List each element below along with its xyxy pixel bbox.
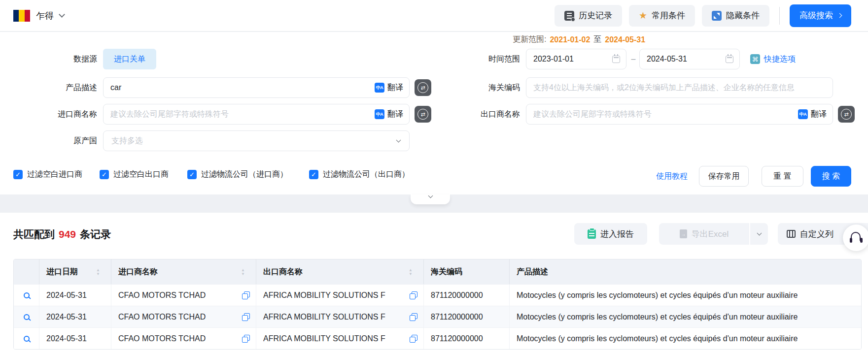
checkbox-checked-icon: ✓ <box>100 170 109 179</box>
customer-service-button[interactable] <box>843 225 868 251</box>
header-product-desc[interactable]: 产品描述 <box>510 259 861 284</box>
hs-code-input[interactable] <box>526 78 827 97</box>
table-header: 进口日期 ▲▼ 进口商名称 ▲▼ 出口商名称 ▲▼ 海关编码 <box>14 259 861 284</box>
exporter-input[interactable] <box>526 104 798 124</box>
header-importer-name[interactable]: 进口商名称 ▲▼ <box>111 259 256 284</box>
match-count: 949 <box>59 228 76 240</box>
update-range-start: 2021-01-02 <box>550 35 590 44</box>
translate-icon: 中A <box>375 83 384 93</box>
cell-exporter: AFRICA MOBILITY SOLUTIONS F <box>256 285 424 306</box>
cell-product: Motocycles (y compris les cyclomoteurs) … <box>510 306 861 327</box>
product-desc-label: 产品描述 <box>8 77 97 98</box>
results-section: 共匹配到 949 条记录 进入报告 → 导出Excel 自定义列 进口日期 ▲▼ <box>0 213 868 353</box>
quick-options-button[interactable]: ⌘ 快捷选项 <box>750 49 796 69</box>
favorites-button[interactable]: ★ 常用条件 <box>629 5 695 27</box>
header-import-date[interactable]: 进口日期 ▲▼ <box>39 259 111 284</box>
top-bar: 乍得 历史记录 ★ 常用条件 隐藏条件 高级搜索 <box>0 0 868 32</box>
tutorial-link[interactable]: 使用教程 <box>656 166 688 187</box>
chevron-down-icon <box>757 230 762 235</box>
sort-icons[interactable]: ▲▼ <box>241 268 245 276</box>
country-name: 乍得 <box>36 10 54 22</box>
exporter-label: 出口商名称 <box>431 104 520 125</box>
hs-code-field <box>526 77 833 98</box>
reset-button[interactable]: 重 置 <box>762 166 803 187</box>
sort-icons[interactable]: ▲▼ <box>409 268 413 276</box>
chad-flag-icon <box>13 10 30 22</box>
history-button[interactable]: 历史记录 <box>555 5 622 27</box>
product-desc-field: 中A 翻译 <box>103 77 410 98</box>
header-exporter-name[interactable]: 出口商名称 ▲▼ <box>256 259 424 284</box>
origin-country-select[interactable]: 支持多选 <box>103 130 410 151</box>
importer-input[interactable] <box>104 104 375 124</box>
date-separator: – <box>628 49 639 69</box>
command-icon: ⌘ <box>750 54 760 64</box>
match-mode-toggle[interactable]: ⇄ <box>415 79 431 96</box>
translate-icon: 中A <box>798 109 808 119</box>
copy-icon[interactable] <box>242 291 250 299</box>
filter-form: 更新范围: 2021-01-02 至 2024-05-31 数据源 进口关单 时… <box>0 32 868 194</box>
data-source-label: 数据源 <box>8 49 97 69</box>
checkbox-filter-logistics-importer[interactable]: ✓ 过滤物流公司（进口商） <box>187 169 288 180</box>
search-button[interactable]: 搜 索 <box>811 166 851 187</box>
copy-icon[interactable] <box>242 335 250 343</box>
match-mode-toggle[interactable]: ⇄ <box>838 106 855 123</box>
importer-label: 进口商名称 <box>8 104 97 125</box>
cell-importer: CFAO MOTORS TCHAD <box>111 328 256 349</box>
star-icon: ★ <box>639 11 647 20</box>
export-excel-button[interactable]: → 导出Excel <box>659 223 749 245</box>
table-row: 2024-05-31 CFAO MOTORS TCHAD AFRICA MOBI… <box>14 327 861 349</box>
translate-icon: 中A <box>375 109 384 119</box>
data-source-tab-import[interactable]: 进口关单 <box>103 49 156 69</box>
topbar-actions: 历史记录 ★ 常用条件 隐藏条件 高级搜索 <box>555 4 851 27</box>
collapse-panel-handle[interactable] <box>411 194 450 204</box>
view-detail-icon[interactable] <box>24 336 30 342</box>
checkbox-filter-blank-exporter[interactable]: ✓ 过滤空白出口商 <box>100 169 169 180</box>
cell-import-date: 2024-05-31 <box>39 306 111 327</box>
cell-product: Motocycles (y compris les cyclomoteurs) … <box>510 328 861 349</box>
view-detail-icon[interactable] <box>24 314 30 320</box>
checkbox-filter-blank-importer[interactable]: ✓ 过滤空白进口商 <box>13 169 82 180</box>
checkbox-checked-icon: ✓ <box>309 170 318 179</box>
header-hs-code[interactable]: 海关编码 <box>424 259 510 284</box>
header-detail-column <box>14 259 39 284</box>
start-date-input[interactable]: 2023-01-01 <box>526 49 626 69</box>
table-row: 2024-05-31 CFAO MOTORS TCHAD AFRICA MOBI… <box>14 284 861 306</box>
divider <box>779 7 780 25</box>
importer-field: 中A 翻译 <box>103 104 410 125</box>
country-selector[interactable]: 乍得 <box>13 10 64 22</box>
calendar-icon <box>612 56 620 63</box>
sort-icons[interactable]: ▲▼ <box>96 268 100 276</box>
checkbox-checked-icon: ✓ <box>13 170 23 179</box>
origin-country-label: 原产国 <box>8 130 97 151</box>
swap-icon: ⇄ <box>841 109 852 120</box>
copy-icon[interactable] <box>410 313 417 321</box>
time-range-label: 时间范围 <box>431 49 520 69</box>
cell-hs-code: 871120000000 <box>424 285 510 306</box>
product-desc-input[interactable] <box>104 78 375 97</box>
chevron-down-icon <box>59 11 65 18</box>
translate-button[interactable]: 中A 翻译 <box>375 83 403 93</box>
cell-exporter: AFRICA MOBILITY SOLUTIONS F <box>256 306 424 327</box>
enter-report-button[interactable]: 进入报告 <box>574 223 647 245</box>
exporter-field: 中A 翻译 <box>526 104 833 125</box>
cell-hs-code: 871120000000 <box>424 328 510 349</box>
cell-import-date: 2024-05-31 <box>39 328 111 349</box>
end-date-input[interactable]: 2024-05-31 <box>639 49 740 69</box>
translate-button[interactable]: 中A 翻译 <box>798 109 827 120</box>
translate-button[interactable]: 中A 翻译 <box>375 109 403 120</box>
match-mode-toggle[interactable]: ⇄ <box>415 106 431 123</box>
copy-icon[interactable] <box>410 291 417 299</box>
swap-icon: ⇄ <box>417 109 428 120</box>
copy-icon[interactable] <box>410 335 417 343</box>
export-dropdown-button[interactable] <box>750 223 768 245</box>
hide-filters-button[interactable]: 隐藏条件 <box>702 5 769 27</box>
cell-exporter: AFRICA MOBILITY SOLUTIONS F <box>256 328 424 349</box>
chevron-down-icon <box>428 193 433 198</box>
save-common-button[interactable]: 保存常用 <box>699 166 749 187</box>
checkbox-checked-icon: ✓ <box>187 170 197 179</box>
cell-product: Motocycles (y compris les cyclomoteurs) … <box>510 285 861 306</box>
checkbox-filter-logistics-exporter[interactable]: ✓ 过滤物流公司（出口商） <box>309 169 410 180</box>
copy-icon[interactable] <box>242 313 250 321</box>
advanced-search-button[interactable]: 高级搜索 <box>790 4 851 27</box>
view-detail-icon[interactable] <box>24 292 30 298</box>
